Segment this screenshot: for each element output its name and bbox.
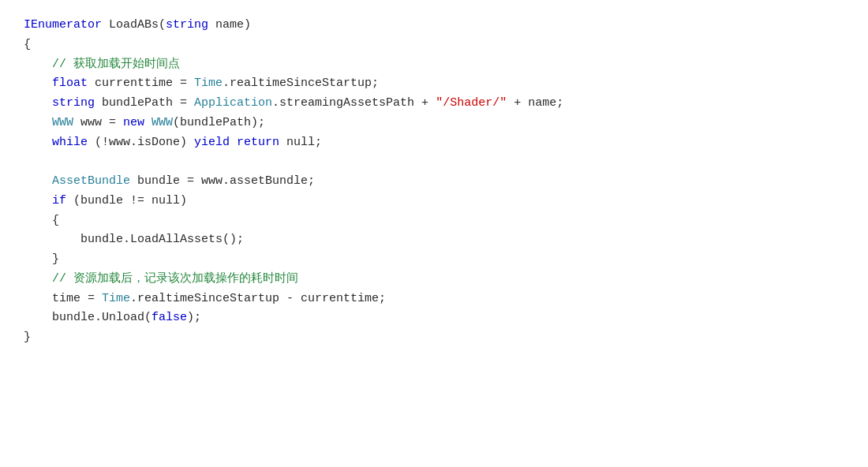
- code-token: [24, 172, 52, 192]
- code-token: false: [152, 308, 187, 328]
- code-token: [24, 114, 52, 133]
- code-token: name): [208, 16, 251, 35]
- code-token: while: [52, 133, 88, 153]
- code-token: {: [24, 211, 59, 231]
- code-line: IEnumerator LoadABs(string name): [24, 16, 844, 35]
- code-token: [24, 192, 52, 211]
- code-token: string: [52, 94, 95, 114]
- code-token: // 获取加载开始时间点: [24, 55, 180, 75]
- code-line: AssetBundle bundle = www.assetBundle;: [24, 172, 844, 192]
- code-line: float currenttime = Time.realtimeSinceSt…: [24, 74, 844, 94]
- code-line: bundle.LoadAllAssets();: [24, 230, 844, 250]
- code-token: [230, 133, 237, 153]
- code-line: {: [24, 211, 844, 231]
- code-line: bundle.Unload(false);: [24, 308, 844, 328]
- code-token: }: [24, 250, 59, 270]
- code-token: [24, 94, 52, 114]
- code-token: LoadABs: [109, 16, 159, 35]
- code-line: }: [24, 250, 844, 270]
- code-line: // 获取加载开始时间点: [24, 55, 844, 75]
- code-line: string bundlePath = Application.streamin…: [24, 94, 844, 114]
- code-token: }: [24, 328, 31, 348]
- code-token: Time: [102, 290, 130, 309]
- code-token: yield: [194, 133, 230, 153]
- code-token: if: [52, 192, 66, 211]
- code-token: (bundle != null): [66, 192, 187, 211]
- code-token: Application: [194, 94, 272, 114]
- code-token: string: [166, 16, 208, 35]
- code-token: currenttime =: [88, 74, 194, 94]
- code-token: float: [52, 74, 88, 94]
- code-token: time =: [24, 290, 102, 309]
- code-token: IEnumerator: [24, 16, 109, 35]
- code-token: AssetBundle: [52, 172, 130, 192]
- code-line: [24, 152, 844, 172]
- code-token: bundle.Unload(: [24, 308, 152, 328]
- code-line: }: [24, 328, 844, 348]
- code-token: bundlePath =: [95, 94, 194, 114]
- code-token: WWW: [52, 114, 73, 133]
- code-line: if (bundle != null): [24, 192, 844, 211]
- code-token: );: [187, 308, 201, 328]
- code-token: null;: [279, 133, 322, 153]
- code-token: .realtimeSinceStartup - currenttime;: [130, 290, 386, 309]
- code-token: bundle.LoadAllAssets();: [24, 230, 244, 250]
- code-token: [24, 133, 52, 153]
- code-line: {: [24, 35, 844, 55]
- code-token: // 资源加载后，记录该次加载操作的耗时时间: [24, 270, 298, 290]
- code-token: .streamingAssetsPath +: [272, 94, 436, 114]
- code-token: bundle = www.assetBundle;: [130, 172, 315, 192]
- code-token: Time: [194, 74, 223, 94]
- code-line: time = Time.realtimeSinceStartup - curre…: [24, 290, 844, 309]
- code-token: www =: [73, 114, 123, 133]
- code-token: (: [159, 16, 166, 35]
- code-line: // 资源加载后，记录该次加载操作的耗时时间: [24, 270, 844, 290]
- code-token: [24, 74, 52, 94]
- code-token: [144, 114, 152, 133]
- code-line: WWW www = new WWW(bundlePath);: [24, 114, 844, 133]
- code-token: (bundlePath);: [173, 114, 265, 133]
- code-token: (!www.isDone): [88, 133, 194, 153]
- code-token: {: [24, 35, 31, 55]
- code-token: new: [123, 114, 144, 133]
- code-token: + name;: [507, 94, 563, 114]
- code-line: while (!www.isDone) yield return null;: [24, 133, 844, 153]
- code-token: "/Shader/": [436, 94, 507, 114]
- code-token: WWW: [152, 114, 173, 133]
- code-container: IEnumerator LoadABs(string name){ // 获取加…: [0, 0, 868, 467]
- code-token: .realtimeSinceStartup;: [223, 74, 379, 94]
- code-token: return: [237, 133, 279, 153]
